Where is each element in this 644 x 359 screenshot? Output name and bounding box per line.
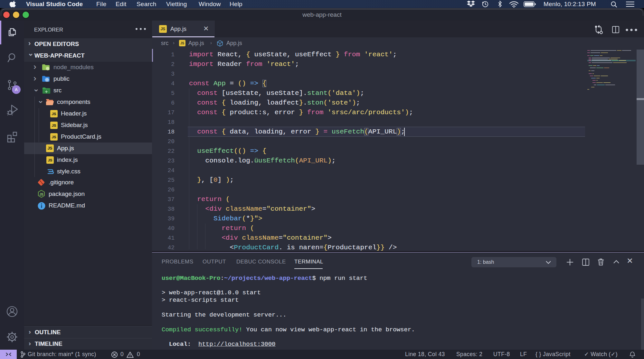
svg-text:JS: JS <box>39 193 43 196</box>
